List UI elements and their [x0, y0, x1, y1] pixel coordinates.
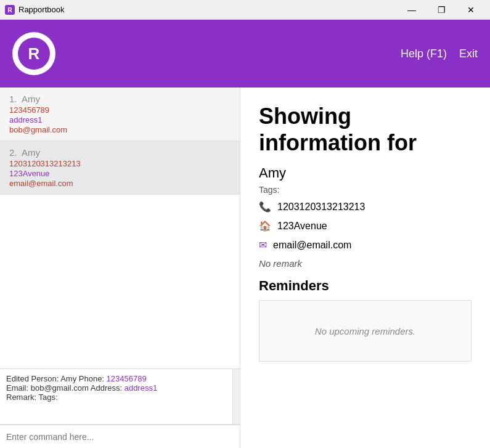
command-input[interactable] [0, 425, 240, 448]
reminders-title: Reminders [259, 278, 472, 294]
log-area: Edited Person: Amy Phone: 123456789 Emai… [0, 369, 240, 425]
log-address: address1 [125, 383, 157, 393]
log-text: Edited Person: Amy Phone: 123456789 Emai… [6, 374, 234, 402]
title-bar-controls: — ❐ ✕ [398, 0, 485, 20]
contact-address-2: 123Avenue [9, 169, 231, 178]
contact-phone-2: 12031203132132​13 [9, 159, 231, 168]
contact-address-1: address1 [9, 115, 231, 124]
title-bar-left: R Rapportbook [5, 5, 64, 15]
detail-email: email@email.com [273, 240, 351, 251]
maximize-button[interactable]: ❐ [427, 0, 455, 20]
contact-name-2: 2. Amy [9, 147, 231, 158]
contact-email-1: bob@gmail.com [9, 125, 231, 134]
log-line-3: Remark: Tags: [6, 393, 224, 402]
address-row: 🏠 123Avenue [259, 220, 472, 232]
contact-display-name: Amy [259, 165, 472, 181]
log-line-1: Edited Person: Amy Phone: 123456789 [6, 374, 224, 383]
log-scrollbar[interactable] [232, 369, 240, 424]
logo: R [12, 32, 55, 75]
app-title: Rapportbook [18, 5, 64, 14]
contact-index-2: 2. [9, 147, 22, 158]
phone-row: 📞 12031203132132​13 [259, 201, 472, 213]
reminders-box: No upcoming reminders. [259, 300, 472, 362]
left-panel: 1. Amy 123456789 address1 bob@gmail.com … [0, 88, 240, 448]
tags-label: Tags: [259, 185, 472, 195]
phone-icon: 📞 [259, 201, 271, 213]
contact-index-1: 1. [9, 94, 22, 104]
header-nav: Help (F1) Exit [401, 47, 478, 60]
detail-phone: 12031203132132​13 [277, 202, 365, 213]
main-content: 1. Amy 123456789 address1 bob@gmail.com … [0, 88, 490, 448]
minimize-button[interactable]: — [398, 0, 426, 20]
contacts-list: 1. Amy 123456789 address1 bob@gmail.com … [0, 88, 240, 369]
logo-text: R [28, 44, 40, 63]
contact-name-1: 1. Amy [9, 94, 231, 104]
app-icon: R [5, 5, 15, 15]
contact-phone-1: 123456789 [9, 105, 231, 115]
showing-title: Showing information for [259, 103, 472, 156]
bottom-left: Edited Person: Amy Phone: 123456789 Emai… [0, 369, 240, 448]
no-reminders-text: No upcoming reminders. [315, 326, 415, 336]
help-button[interactable]: Help (F1) [401, 47, 447, 60]
contact-email-2: email@email.com [9, 179, 231, 188]
detail-address: 123Avenue [277, 221, 327, 232]
contact-item-selected[interactable]: 2. Amy 12031203132132​13 123Avenue email… [0, 141, 240, 195]
logo-inner: R [18, 38, 50, 70]
home-icon: 🏠 [259, 220, 271, 232]
close-button[interactable]: ✕ [457, 0, 485, 20]
no-remark: No remark [259, 258, 472, 269]
right-panel: Showing information for Amy Tags: 📞 1203… [240, 88, 490, 448]
contact-item[interactable]: 1. Amy 123456789 address1 bob@gmail.com [0, 88, 240, 141]
log-phone: 123456789 [107, 374, 147, 383]
email-row: ✉ email@email.com [259, 239, 472, 251]
title-bar: R Rapportbook — ❐ ✕ [0, 0, 490, 20]
exit-button[interactable]: Exit [459, 47, 478, 60]
svg-text:R: R [7, 7, 12, 14]
email-icon: ✉ [259, 239, 267, 251]
log-line-2: Email: bob@gmail.com Address: address1 [6, 383, 224, 393]
header: R Help (F1) Exit [0, 20, 490, 88]
